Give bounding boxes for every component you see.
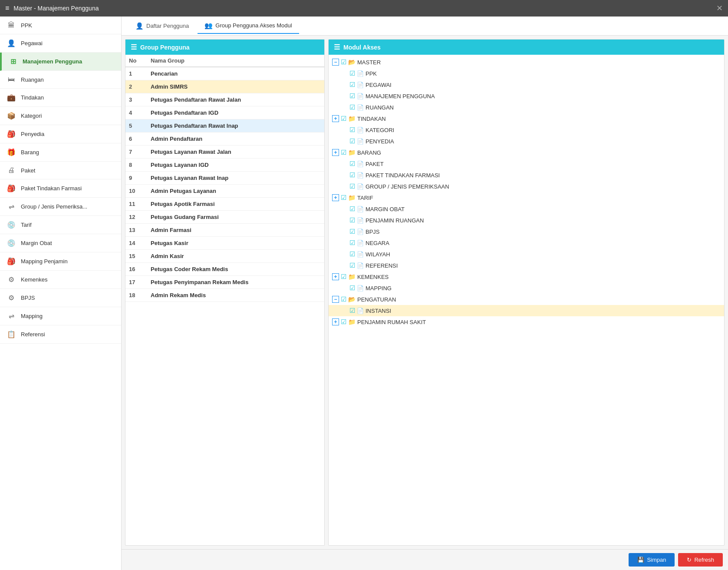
checkbox-icon[interactable]: ☑ [341, 149, 346, 156]
tree-item[interactable]: ☑ 📄 MARGIN OBAT [329, 203, 724, 215]
checkbox-icon[interactable]: ☑ [349, 250, 355, 258]
file-icon: 📄 [357, 138, 364, 145]
table-row[interactable]: 7 Petugas Layanan Rawat Jalan [125, 146, 324, 159]
sidebar-item-group-jenis-pemeriks[interactable]: ⇌ Group / Jenis Pemeriksa... [0, 198, 121, 216]
tree-item[interactable]: − ☑ 📂 PENGATURAN [329, 294, 724, 305]
sidebar-item-ppk[interactable]: 🏛 PPK [0, 17, 121, 34]
sidebar-item-paket[interactable]: 🖨 Paket [0, 162, 121, 179]
tree-item[interactable]: ☑ 📄 KATEGORI [329, 124, 724, 136]
sidebar-item-ruangan[interactable]: 🛏 Ruangan [0, 71, 121, 89]
table-row[interactable]: 17 Petugas Penyimpanan Rekam Medis [125, 276, 324, 289]
checkbox-icon[interactable]: ☑ [349, 92, 355, 100]
table-row[interactable]: 15 Admin Kasir [125, 250, 324, 263]
table-row[interactable]: 18 Admin Rekam Medis [125, 289, 324, 302]
tree-item[interactable]: ☑ 📄 PENYEDIA [329, 136, 724, 147]
tree-item[interactable]: ☑ 📄 REFERENSI [329, 260, 724, 271]
expand-btn[interactable]: + [332, 115, 339, 122]
checkbox-icon[interactable]: ☑ [341, 273, 346, 281]
tree-item[interactable]: + ☑ 📁 TINDAKAN [329, 113, 724, 124]
tree-item[interactable]: ☑ 📄 PEGAWAI [329, 79, 724, 90]
tree-item[interactable]: ☑ 📄 PPK [329, 68, 724, 79]
tree-item[interactable]: ☑ 📄 MANAJEMEN PENGGUNA [329, 90, 724, 102]
table-row[interactable]: 9 Petugas Layanan Rawat Inap [125, 172, 324, 185]
sidebar-icon-margin-obat: 💿 [7, 239, 16, 247]
table-row[interactable]: 3 Petugas Pendaftaran Rawat Jalan [125, 93, 324, 106]
table-row[interactable]: 12 Petugas Gudang Farmasi [125, 211, 324, 224]
checkbox-icon[interactable]: ☑ [341, 295, 346, 303]
expand-btn[interactable]: + [332, 149, 339, 156]
tree-item[interactable]: ☑ 📄 MAPPING [329, 282, 724, 294]
sidebar-item-kemenkes[interactable]: ⚙ Kemenkes [0, 271, 121, 289]
checkbox-icon[interactable]: ☑ [349, 126, 355, 134]
tree-item[interactable]: ☑ 📄 INSTANSI [329, 305, 724, 316]
tree-item[interactable]: − ☑ 📂 MASTER [329, 56, 724, 68]
table-row[interactable]: 5 Petugas Pendaftaran Rawat Inap [125, 119, 324, 133]
sidebar-item-mapping[interactable]: ⇌ Mapping [0, 307, 121, 325]
tab-daftar-pengguna[interactable]: 👤 Daftar Pengguna [128, 19, 196, 33]
sidebar-item-referensi[interactable]: 📋 Referensi [0, 325, 121, 344]
checkbox-icon[interactable]: ☑ [349, 239, 355, 247]
expand-btn[interactable]: + [332, 273, 339, 280]
file-icon: 📄 [357, 217, 364, 224]
checkbox-icon[interactable]: ☑ [341, 194, 346, 202]
table-row[interactable]: 16 Petugas Coder Rekam Medis [125, 263, 324, 276]
checkbox-icon[interactable]: ☑ [341, 318, 346, 326]
sidebar-item-paket-tindakan-farmasi[interactable]: 🎒 Paket Tindakan Farmasi [0, 179, 121, 198]
tree-item[interactable]: ☑ 📄 BPJS [329, 226, 724, 237]
checkbox-icon[interactable]: ☑ [349, 160, 355, 168]
tree-item[interactable]: ☑ 📄 RUANGAN [329, 102, 724, 113]
table-row[interactable]: 4 Petugas Pendaftaran IGD [125, 106, 324, 119]
table-row[interactable]: 1 Pencarian [125, 67, 324, 80]
checkbox-icon[interactable]: ☑ [349, 228, 355, 235]
refresh-button[interactable]: ↻ Refresh [678, 553, 723, 567]
checkbox-icon[interactable]: ☑ [349, 205, 355, 213]
table-row[interactable]: 8 Petugas Layanan IGD [125, 159, 324, 172]
tree-item[interactable]: + ☑ 📁 BARANG [329, 147, 724, 158]
collapse-btn[interactable]: − [332, 59, 339, 66]
sidebar-item-penyedia[interactable]: 🎒 Penyedia [0, 125, 121, 143]
expand-btn[interactable]: + [332, 194, 339, 201]
checkbox-icon[interactable]: ☑ [349, 70, 355, 77]
sidebar-item-pegawai[interactable]: 👤 Pegawai [0, 34, 121, 53]
checkbox-icon[interactable]: ☑ [349, 284, 355, 292]
checkbox-icon[interactable]: ☑ [349, 137, 355, 145]
table-row[interactable]: 6 Admin Pendaftaran [125, 133, 324, 146]
checkbox-icon[interactable]: ☑ [341, 58, 346, 66]
menu-icon[interactable]: ≡ [5, 4, 9, 12]
tree-item[interactable]: + ☑ 📁 KEMENKES [329, 271, 724, 282]
checkbox-icon[interactable]: ☑ [349, 216, 355, 224]
tree-item[interactable]: ☑ 📄 PAKET TINDAKAN FARMASI [329, 169, 724, 181]
checkbox-icon[interactable]: ☑ [349, 81, 355, 89]
table-row[interactable]: 14 Petugas Kasir [125, 237, 324, 250]
tree-item[interactable]: + ☑ 📁 PENJAMIN RUMAH SAKIT [329, 316, 724, 328]
tree-item[interactable]: ☑ 📄 NEGARA [329, 237, 724, 249]
tree-item[interactable]: ☑ 📄 PAKET [329, 158, 724, 169]
collapse-btn[interactable]: − [332, 296, 339, 303]
sidebar-item-mapping-penjamin[interactable]: 🎒 Mapping Penjamin [0, 252, 121, 271]
sidebar-item-kategori[interactable]: 📦 Kategori [0, 107, 121, 125]
checkbox-icon[interactable]: ☑ [349, 103, 355, 111]
save-button[interactable]: 💾 Simpan [629, 553, 675, 567]
checkbox-icon[interactable]: ☑ [349, 262, 355, 269]
checkbox-icon[interactable]: ☑ [349, 307, 355, 315]
close-icon[interactable]: ✕ [716, 3, 723, 13]
tree-item[interactable]: ☑ 📄 PENJAMIN RUANGAN [329, 215, 724, 226]
checkbox-icon[interactable]: ☑ [341, 115, 346, 123]
sidebar-item-barang[interactable]: 🎁 Barang [0, 143, 121, 162]
tree-item[interactable]: + ☑ 📁 TARIF [329, 192, 724, 203]
sidebar-item-manajemen-pengguna[interactable]: ⊞ Manajemen Pengguna [0, 53, 121, 71]
table-row[interactable]: 10 Admin Petugas Layanan [125, 185, 324, 198]
sidebar-item-bpjs[interactable]: ⚙ BPJS [0, 289, 121, 307]
expand-btn[interactable]: + [332, 318, 339, 325]
sidebar-item-tarif[interactable]: 💿 Tarif [0, 216, 121, 234]
table-row[interactable]: 2 Admin SIMRS [125, 80, 324, 93]
checkbox-icon[interactable]: ☑ [349, 182, 355, 190]
tree-item[interactable]: ☑ 📄 GROUP / JENIS PEMERIKSAAN [329, 181, 724, 192]
sidebar-item-tindakan[interactable]: 💼 Tindakan [0, 89, 121, 107]
tree-item[interactable]: ☑ 📄 WILAYAH [329, 249, 724, 260]
table-row[interactable]: 13 Admin Farmasi [125, 224, 324, 237]
table-row[interactable]: 11 Petugas Apotik Farmasi [125, 198, 324, 211]
checkbox-icon[interactable]: ☑ [349, 171, 355, 179]
tab-group-pengguna-akses-modul[interactable]: 👥 Group Pengguna Akses Modul [198, 18, 299, 34]
sidebar-item-margin-obat[interactable]: 💿 Margin Obat [0, 234, 121, 252]
